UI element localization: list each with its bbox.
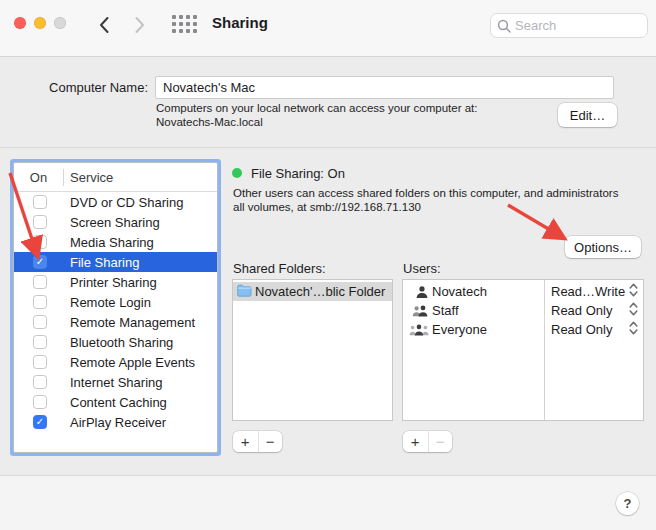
user-permission-cell: Read…Write xyxy=(543,282,643,301)
service-checkbox[interactable] xyxy=(33,275,47,289)
permission-value: Read Only xyxy=(551,303,612,318)
user-name-cell: Staff xyxy=(403,301,543,320)
edit-button[interactable]: Edit… xyxy=(558,103,617,127)
zoom-button-disabled xyxy=(54,17,66,29)
service-row-dvd-or-cd-sharing[interactable]: DVD or CD Sharing xyxy=(14,192,217,212)
service-label: Content Caching xyxy=(70,395,167,410)
close-button[interactable] xyxy=(14,17,26,29)
service-row-printer-sharing[interactable]: Printer Sharing xyxy=(14,272,217,292)
services-list: On Service DVD or CD SharingScreen Shari… xyxy=(14,163,217,452)
user-icon xyxy=(405,285,429,299)
service-checkbox[interactable] xyxy=(33,235,47,249)
file-sharing-status-title: File Sharing: On xyxy=(251,166,345,181)
computer-name-input[interactable] xyxy=(155,76,614,99)
permission-stepper-icon[interactable] xyxy=(629,282,638,301)
users-group-icon xyxy=(405,323,429,336)
service-row-internet-sharing[interactable]: Internet Sharing xyxy=(14,372,217,392)
service-label: Media Sharing xyxy=(70,235,154,250)
computer-name-help: Computers on your local network can acce… xyxy=(156,101,478,129)
users-label: Users: xyxy=(403,261,441,276)
page-title: Sharing xyxy=(212,14,268,31)
service-checkbox[interactable] xyxy=(33,335,47,349)
user-row-everyone[interactable]: EveryoneRead Only xyxy=(403,320,643,339)
title-bar: Sharing xyxy=(0,0,656,57)
description-line-1: Other users can access shared folders on… xyxy=(233,187,647,201)
service-checkbox[interactable] xyxy=(33,395,47,409)
service-row-remote-login[interactable]: Remote Login xyxy=(14,292,217,312)
shared-folders-label: Shared Folders: xyxy=(233,261,326,276)
user-row-staff[interactable]: StaffRead Only xyxy=(403,301,643,320)
help-line-1: Computers on your local network can acce… xyxy=(156,101,478,115)
service-label: Remote Login xyxy=(70,295,151,310)
search-field[interactable] xyxy=(490,13,648,38)
minimize-button[interactable] xyxy=(34,17,46,29)
file-sharing-description: Other users can access shared folders on… xyxy=(233,187,647,214)
service-label: Remote Management xyxy=(70,315,195,330)
service-label: Remote Apple Events xyxy=(70,355,195,370)
column-header-on: On xyxy=(14,170,63,185)
users-column-divider xyxy=(544,280,545,420)
shared-folder-name: Novatech'…blic Folder xyxy=(255,284,385,299)
computer-name-label: Computer Name: xyxy=(0,80,148,95)
user-permission-cell: Read Only xyxy=(543,301,643,320)
permission-stepper-icon[interactable] xyxy=(629,301,638,320)
service-label: Internet Sharing xyxy=(70,375,163,390)
users-list[interactable]: NovatechRead…WriteStaffRead OnlyEveryone… xyxy=(402,279,644,421)
service-row-screen-sharing[interactable]: Screen Sharing xyxy=(14,212,217,232)
help-line-2: Novatechs-Mac.local xyxy=(156,115,478,129)
search-input[interactable] xyxy=(515,18,641,33)
add-folder-button[interactable]: + xyxy=(233,431,258,452)
forward-button[interactable] xyxy=(127,12,153,38)
back-button[interactable] xyxy=(91,12,117,38)
service-checkbox[interactable] xyxy=(33,195,47,209)
shared-folder-row[interactable]: Novatech'…blic Folder xyxy=(233,282,392,301)
user-row-novatech[interactable]: NovatechRead…Write xyxy=(403,282,643,301)
service-label: DVD or CD Sharing xyxy=(70,195,183,210)
service-row-remote-management[interactable]: Remote Management xyxy=(14,312,217,332)
service-label: AirPlay Receiver xyxy=(70,415,166,430)
shared-folders-list[interactable]: Novatech'…blic Folder xyxy=(232,279,393,421)
service-row-media-sharing[interactable]: Media Sharing xyxy=(14,232,217,252)
service-checkbox[interactable]: ✓ xyxy=(33,415,47,429)
section-divider xyxy=(0,147,656,148)
search-icon xyxy=(497,19,511,33)
remove-folder-button[interactable]: − xyxy=(258,431,283,452)
shared-folders-add-remove: + − xyxy=(233,431,282,452)
service-row-remote-apple-events[interactable]: Remote Apple Events xyxy=(14,352,217,372)
service-row-bluetooth-sharing[interactable]: Bluetooth Sharing xyxy=(14,332,217,352)
service-label: Bluetooth Sharing xyxy=(70,335,173,350)
service-checkbox[interactable] xyxy=(33,315,47,329)
permission-value: Read…Write xyxy=(551,284,625,299)
show-all-grid-icon[interactable] xyxy=(172,15,198,38)
user-name: Everyone xyxy=(432,322,487,337)
user-name-cell: Novatech xyxy=(403,282,543,301)
service-label: File Sharing xyxy=(70,255,139,270)
options-button[interactable]: Options… xyxy=(565,236,641,258)
user-name-cell: Everyone xyxy=(403,320,543,339)
remove-user-button-disabled: − xyxy=(428,431,453,452)
permission-value: Read Only xyxy=(551,322,612,337)
folder-icon xyxy=(237,284,252,300)
service-checkbox[interactable] xyxy=(33,375,47,389)
add-user-button[interactable]: + xyxy=(403,431,428,452)
column-header-service: Service xyxy=(63,170,113,185)
status-green-dot-icon xyxy=(232,168,242,178)
chevron-right-icon xyxy=(134,16,146,34)
service-row-file-sharing[interactable]: ✓File Sharing xyxy=(14,252,217,272)
service-checkbox[interactable] xyxy=(33,215,47,229)
service-checkbox[interactable] xyxy=(33,295,47,309)
service-checkbox[interactable]: ✓ xyxy=(33,255,47,269)
services-header: On Service xyxy=(14,163,217,192)
chevron-left-icon xyxy=(98,16,110,34)
user-name: Staff xyxy=(432,303,459,318)
sharing-preferences-window: Sharing Computer Name: Computers on your… xyxy=(0,0,656,530)
service-row-content-caching[interactable]: Content Caching xyxy=(14,392,217,412)
column-separator xyxy=(63,169,64,186)
permission-stepper-icon[interactable] xyxy=(629,320,638,339)
user-name: Novatech xyxy=(432,284,487,299)
help-button[interactable]: ? xyxy=(616,492,639,515)
service-checkbox[interactable] xyxy=(33,355,47,369)
users-two-icon xyxy=(405,304,429,317)
users-add-remove: + − xyxy=(403,431,452,452)
service-row-airplay-receiver[interactable]: ✓AirPlay Receiver xyxy=(14,412,217,432)
